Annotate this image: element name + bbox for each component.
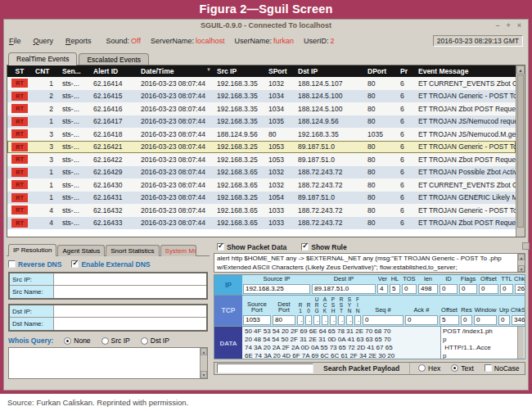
datetime-cell: 2016-03-23 08:07:44: [138, 105, 214, 113]
menu-bar: FileQueryReports Sound:OffServerName:loc…: [4, 32, 528, 49]
protocol-cell: 6: [397, 219, 415, 227]
dport-cell: 80: [364, 206, 397, 215]
column-header-dport[interactable]: DPort: [364, 67, 397, 75]
protocol-cell: 6: [397, 105, 415, 113]
ip-value-source-ip: 192.168.3.25: [243, 284, 310, 294]
table-row[interactable]: RT3sts-...62.164222016-03-23 08:07:44192…: [7, 153, 516, 166]
radio-icon[interactable]: [141, 337, 148, 345]
scroll-up-icon[interactable]: ▲: [518, 254, 525, 260]
checkbox-nocase[interactable]: NoCase: [485, 364, 520, 373]
tab-agent-status[interactable]: Agent Status: [57, 245, 105, 256]
cnt-cell: 2: [32, 92, 59, 100]
dst-name-field[interactable]: [54, 318, 206, 330]
scroll-up-icon[interactable]: ▲: [201, 348, 207, 355]
menu-item-reports[interactable]: Reports: [65, 37, 92, 45]
column-header-st[interactable]: ST: [7, 67, 32, 75]
ip-header-section: IP Source IPDest IPVerHLTOSlenIDFlagsOff…: [214, 274, 525, 296]
src-ip-field[interactable]: [54, 273, 206, 285]
checkbox-enable-external-dns[interactable]: Enable External DNS: [71, 260, 150, 269]
alert-id-cell: 62.16421: [90, 142, 138, 151]
column-header-dst-ip[interactable]: Dst IP: [295, 67, 364, 75]
tab-system-ms[interactable]: System Ms: [160, 245, 196, 256]
radio-icon[interactable]: [64, 337, 71, 345]
radio-dst-ip[interactable]: Dst IP: [141, 336, 169, 345]
ip-col-tos: TOS: [401, 275, 417, 283]
whois-scrollbar[interactable]: ▲ ▼: [200, 348, 207, 378]
table-row[interactable]: RT3sts-...62.164182016-03-23 08:07:44188…: [7, 128, 516, 141]
whois-result-area[interactable]: ▲ ▼: [8, 347, 208, 379]
tab-escalated-events[interactable]: Escalated Events: [79, 53, 149, 65]
radio-icon[interactable]: [418, 364, 426, 372]
src-name-field[interactable]: [54, 286, 206, 298]
table-row[interactable]: RT1sts-...62.164142016-03-23 08:07:44192…: [7, 77, 516, 90]
tab-ip-resolution[interactable]: IP Resolution: [8, 244, 56, 256]
checkbox-icon[interactable]: [485, 364, 492, 372]
scroll-up-icon[interactable]: ▲: [516, 65, 525, 74]
payload-search-input[interactable]: [217, 364, 313, 373]
alert-id-cell: 62.16414: [90, 79, 138, 88]
scroll-thumb[interactable]: [517, 75, 524, 228]
bottom-panels: IP ResolutionAgent StatusSnort Statistic…: [7, 242, 525, 381]
status-badge: RT: [11, 168, 28, 177]
dst-ip-field[interactable]: [54, 305, 206, 317]
rule-text-box[interactable]: alert http $HOME_NET any -> $EXTERNAL_NE…: [214, 253, 525, 273]
tab-snort-statistics[interactable]: Snort Statistics: [106, 245, 159, 256]
radio-icon[interactable]: [451, 364, 458, 372]
data-scrollbar[interactable]: [517, 327, 524, 359]
resize-grip[interactable]: [522, 242, 530, 250]
table-row[interactable]: RT1sts-...62.164302016-03-23 08:07:44192…: [7, 178, 516, 192]
tab-realtime-events[interactable]: RealTime Events: [8, 52, 77, 65]
ip-col-id: ID: [439, 275, 458, 283]
radio-src-ip[interactable]: Src IP: [101, 336, 130, 345]
table-row[interactable]: RT3sts-...62.164212016-03-23 08:07:44192…: [7, 141, 516, 154]
checkbox-icon[interactable]: [301, 243, 309, 251]
checkbox-icon[interactable]: [71, 260, 79, 268]
column-header-pr[interactable]: Pr: [397, 67, 415, 75]
column-header-sen[interactable]: Sen...: [59, 67, 90, 75]
radio-label: Src IP: [111, 336, 130, 345]
scroll-down-icon[interactable]: ▼: [201, 371, 207, 378]
radio-hex[interactable]: Hex: [418, 364, 440, 373]
checkbox-reverse-dns[interactable]: Reverse DNS: [8, 260, 61, 269]
event-message-cell: ET TROJAN Generic - POST To .php ...: [415, 142, 516, 151]
status-value: Off: [131, 37, 141, 45]
table-row[interactable]: RT4sts-...62.164332016-03-23 08:07:44192…: [7, 217, 516, 230]
minimize-icon[interactable]: –: [495, 20, 499, 31]
rule-scrollbar[interactable]: ▲ ▼: [517, 254, 525, 272]
column-header-sport[interactable]: SPort: [265, 67, 295, 75]
radio-text[interactable]: Text: [451, 364, 474, 373]
events-scrollbar[interactable]: ▲: [516, 65, 525, 237]
table-row[interactable]: RT1sts-...62.164172016-03-23 08:07:44192…: [7, 115, 516, 129]
table-row[interactable]: RT1sts-...62.164312016-03-23 08:07:44192…: [7, 192, 516, 205]
show-rule-option[interactable]: Show Rule: [301, 243, 346, 251]
close-icon[interactable]: ×: [517, 20, 521, 31]
checkbox-icon[interactable]: [8, 260, 16, 268]
column-header-src-ip[interactable]: Src IP: [214, 67, 265, 75]
checkbox-icon[interactable]: [217, 243, 224, 251]
dst-ip-cell: 188.72.243.72: [295, 206, 364, 215]
menu-status: Sound:OffServerName:localhostUserName:fu…: [106, 37, 335, 45]
column-header-cnt[interactable]: CNT: [32, 67, 59, 75]
cnt-cell: 3: [32, 156, 59, 164]
table-row[interactable]: RT2sts-...62.164162016-03-23 08:07:44192…: [7, 102, 516, 115]
column-header-date-time[interactable]: Date/Time▼: [138, 67, 214, 75]
radio-none[interactable]: None: [64, 336, 90, 345]
menu-item-query[interactable]: Query: [34, 37, 54, 45]
show-packet-data-option[interactable]: Show Packet Data: [217, 243, 286, 251]
menu-item-file[interactable]: File: [9, 37, 21, 45]
column-header-alert-id[interactable]: Alert ID: [90, 67, 138, 75]
search-packet-payload-button[interactable]: Search Packet Payload: [313, 363, 410, 374]
datetime-cell: 2016-03-23 08:07:44: [138, 156, 214, 164]
src-ip-cell: 192.168.3.35: [214, 105, 265, 113]
ip-col-ttl: TTL: [499, 275, 514, 283]
maximize-icon[interactable]: +: [506, 20, 510, 31]
column-header-event-message[interactable]: Event Message: [415, 67, 516, 75]
radio-icon[interactable]: [101, 337, 109, 345]
checkbox-label: Enable External DNS: [81, 260, 150, 269]
scroll-down-icon[interactable]: ▼: [518, 265, 525, 272]
table-row[interactable]: RT1sts-...62.164292016-03-23 08:07:44192…: [7, 166, 516, 179]
table-row[interactable]: RT4sts-...62.164322016-03-23 08:07:44192…: [7, 204, 516, 217]
events-table-header[interactable]: STCNTSen...Alert IDDate/Time▼Src IPSPort…: [7, 65, 516, 77]
tcp-col-window: Window: [473, 306, 498, 314]
table-row[interactable]: RT2sts-...62.164152016-03-23 08:07:44192…: [7, 90, 516, 103]
